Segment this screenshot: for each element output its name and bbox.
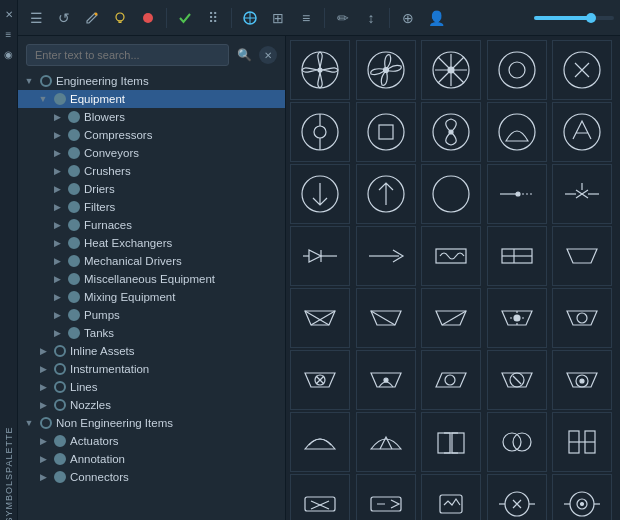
expand-arrow-tanks[interactable]: ▶ (50, 326, 64, 340)
toolbar-pencil-icon[interactable] (80, 6, 104, 30)
tree-item-pumps[interactable]: ▶ Pumps (18, 306, 285, 324)
icon-cell-box1[interactable] (290, 288, 350, 348)
toolbar-layers-icon[interactable]: ⊕ (396, 6, 420, 30)
tree-item-non-engineering[interactable]: ▼ Non Engineering Items (18, 414, 285, 432)
icon-cell-box5[interactable] (552, 288, 612, 348)
icon-cell-fan1[interactable] (421, 40, 481, 100)
expand-arrow-lines[interactable]: ▶ (36, 380, 50, 394)
tree-item-blowers[interactable]: ▶ Blowers (18, 108, 285, 126)
expand-arrow-heat-exchangers[interactable]: ▶ (50, 236, 64, 250)
expand-arrow-equipment[interactable]: ▼ (36, 92, 50, 106)
icon-cell-circle3[interactable] (421, 164, 481, 224)
icon-cell-extra2[interactable] (356, 474, 416, 520)
icon-cell-rect1[interactable] (290, 412, 350, 472)
toolbar-menu-icon[interactable]: ☰ (24, 6, 48, 30)
tree-item-engineering-items[interactable]: ▼ Engineering Items (18, 72, 285, 90)
expand-arrow-engineering[interactable]: ▼ (22, 74, 36, 88)
icon-grid-panel[interactable] (286, 36, 620, 520)
tree-item-heat-exchangers[interactable]: ▶ Heat Exchangers (18, 234, 285, 252)
search-clear-icon[interactable]: ✕ (259, 46, 277, 64)
left-strip-icon-2[interactable]: ≡ (2, 27, 16, 41)
icon-cell-arrow-right[interactable] (356, 226, 416, 286)
tree-item-connectors[interactable]: ▶ Connectors (18, 468, 285, 486)
icon-cell-vessel2[interactable] (356, 102, 416, 162)
toolbar-bulb-icon[interactable] (108, 6, 132, 30)
icon-cell-bar1[interactable] (487, 226, 547, 286)
toolbar-squares-icon[interactable]: ⊞ (266, 6, 290, 30)
toolbar-circle-grid-icon[interactable] (238, 6, 262, 30)
tree-item-driers[interactable]: ▶ Driers (18, 180, 285, 198)
search-icon[interactable]: 🔍 (233, 44, 255, 66)
icon-cell-arrow-down[interactable] (290, 164, 350, 224)
tree-scroll[interactable]: ▼ Engineering Items ▼ Equipment ▶ Blowe (18, 72, 285, 520)
icon-cell-vessel3[interactable] (421, 102, 481, 162)
tree-item-misc-equipment[interactable]: ▶ Miscellaneous Equipment (18, 270, 285, 288)
left-strip-icon-3[interactable]: ◉ (2, 47, 16, 61)
icon-cell-valve1[interactable] (552, 164, 612, 224)
icon-cell-tank1[interactable] (487, 102, 547, 162)
icon-cell-box2[interactable] (356, 288, 416, 348)
expand-arrow-furnaces[interactable]: ▶ (50, 218, 64, 232)
toolbar-sort-icon[interactable]: ↕ (359, 6, 383, 30)
toolbar-refresh-icon[interactable]: ↺ (52, 6, 76, 30)
expand-arrow-conveyors[interactable]: ▶ (50, 146, 64, 160)
icon-cell-circle10[interactable] (487, 412, 547, 472)
tree-item-inline-assets[interactable]: ▶ Inline Assets (18, 342, 285, 360)
expand-arrow-crushers[interactable]: ▶ (50, 164, 64, 178)
tree-item-lines[interactable]: ▶ Lines (18, 378, 285, 396)
tree-item-compressors[interactable]: ▶ Compressors (18, 126, 285, 144)
icon-cell-circle6[interactable] (552, 350, 612, 410)
icon-cell-circle4[interactable] (421, 350, 481, 410)
expand-arrow-compressors[interactable]: ▶ (50, 128, 64, 142)
icon-cell-fan3[interactable] (290, 40, 350, 100)
icon-cell-circle2[interactable] (552, 40, 612, 100)
tree-item-tanks[interactable]: ▶ Tanks (18, 324, 285, 342)
toolbar-checkmark-icon[interactable] (173, 6, 197, 30)
icon-cell-extra4[interactable] (487, 474, 547, 520)
expand-arrow-blowers[interactable]: ▶ (50, 110, 64, 124)
expand-arrow-actuators[interactable]: ▶ (36, 434, 50, 448)
expand-arrow-filters[interactable]: ▶ (50, 200, 64, 214)
icon-cell-extra5[interactable] (552, 474, 612, 520)
tree-item-crushers[interactable]: ▶ Crushers (18, 162, 285, 180)
expand-arrow-nozzles[interactable]: ▶ (36, 398, 50, 412)
tree-item-actuators[interactable]: ▶ Actuators (18, 432, 285, 450)
tree-item-nozzles[interactable]: ▶ Nozzles (18, 396, 285, 414)
tree-item-mixing-equipment[interactable]: ▶ Mixing Equipment (18, 288, 285, 306)
expand-arrow-mechanical-drivers[interactable]: ▶ (50, 254, 64, 268)
zoom-slider-thumb[interactable] (586, 13, 596, 23)
toolbar-user-icon[interactable]: 👤 (424, 6, 448, 30)
icon-cell-line1[interactable] (487, 164, 547, 224)
expand-arrow-instrumentation[interactable]: ▶ (36, 362, 50, 376)
expand-arrow-pumps[interactable]: ▶ (50, 308, 64, 322)
tree-item-annotation[interactable]: ▶ Annotation (18, 450, 285, 468)
icon-cell-circle1[interactable] (487, 40, 547, 100)
icon-cell-extra1[interactable] (290, 474, 350, 520)
icon-cell-wave1[interactable] (421, 226, 481, 286)
tree-item-instrumentation[interactable]: ▶ Instrumentation (18, 360, 285, 378)
icon-cell-fan2[interactable] (356, 40, 416, 100)
expand-arrow-annotation[interactable]: ▶ (36, 452, 50, 466)
expand-arrow-misc[interactable]: ▶ (50, 272, 64, 286)
icon-cell-rect4[interactable] (552, 412, 612, 472)
icon-cell-box6[interactable] (290, 350, 350, 410)
toolbar-grid6-icon[interactable]: ⠿ (201, 6, 225, 30)
icon-cell-tank2[interactable] (552, 102, 612, 162)
zoom-slider-track[interactable] (534, 16, 614, 20)
icon-cell-box7[interactable] (356, 350, 416, 410)
icon-cell-trap1[interactable] (552, 226, 612, 286)
expand-arrow-inline[interactable]: ▶ (36, 344, 50, 358)
expand-arrow-driers[interactable]: ▶ (50, 182, 64, 196)
icon-cell-rect2[interactable] (356, 412, 416, 472)
expand-arrow-connectors[interactable]: ▶ (36, 470, 50, 484)
expand-arrow-mixing[interactable]: ▶ (50, 290, 64, 304)
toolbar-edit-icon[interactable]: ✏ (331, 6, 355, 30)
icon-cell-rect3[interactable] (421, 412, 481, 472)
toolbar-red-icon[interactable] (136, 6, 160, 30)
search-input[interactable] (26, 44, 229, 66)
icon-cell-circle5[interactable] (487, 350, 547, 410)
icon-cell-vessel1[interactable] (290, 102, 350, 162)
tree-item-conveyors[interactable]: ▶ Conveyors (18, 144, 285, 162)
tree-item-equipment[interactable]: ▼ Equipment (18, 90, 285, 108)
tree-item-furnaces[interactable]: ▶ Furnaces (18, 216, 285, 234)
